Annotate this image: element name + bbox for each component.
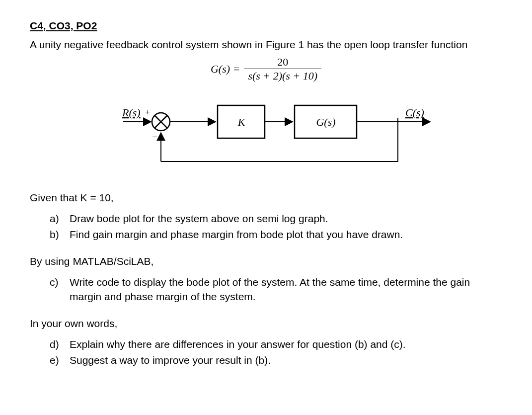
given-text: Given that K = 10, xyxy=(30,192,502,204)
diagram-plus: + xyxy=(145,107,150,117)
equation-lhs: G(s) = xyxy=(211,63,240,76)
diagram-input-label: R(s) xyxy=(122,106,141,119)
text-e: Suggest a way to improve your result in … xyxy=(70,353,502,367)
marker-d: d) xyxy=(50,337,62,351)
text-d: Explain why there are differences in you… xyxy=(70,337,502,351)
marker-b: b) xyxy=(50,228,62,242)
text-c: Write code to display the bode plot of t… xyxy=(70,275,502,304)
document-header: C4, CO3, PO2 xyxy=(30,20,502,32)
equation-numerator: 20 xyxy=(273,56,292,69)
text-a: Draw bode plot for the system above on s… xyxy=(70,212,502,226)
marker-a: a) xyxy=(50,212,62,226)
block-diagram: R(s) + − K G(s) C(s) xyxy=(30,94,502,174)
transfer-function-equation: G(s) = 20 s(s + 2)(s + 10) xyxy=(30,56,502,83)
question-d: d) Explain why there are differences in … xyxy=(50,337,502,351)
diagram-gs-block: G(s) xyxy=(316,116,335,128)
question-list-3: d) Explain why there are differences in … xyxy=(30,337,502,368)
text-b: Find gain margin and phase margin from b… xyxy=(70,228,502,242)
diagram-minus: − xyxy=(152,131,157,142)
marker-e: e) xyxy=(50,353,62,367)
section-matlab-header: By using MATLAB/SciLAB, xyxy=(30,255,502,267)
diagram-k-block: K xyxy=(237,116,245,128)
equation-denominator: s(s + 2)(s + 10) xyxy=(244,69,321,82)
section-own-words-header: In your own words, xyxy=(30,318,502,330)
question-e: e) Suggest a way to improve your result … xyxy=(50,353,502,367)
question-list-2: c) Write code to display the bode plot o… xyxy=(30,275,502,304)
question-c: c) Write code to display the bode plot o… xyxy=(50,275,502,304)
question-a: a) Draw bode plot for the system above o… xyxy=(50,212,502,226)
intro-text: A unity negative feedback control system… xyxy=(30,39,502,51)
question-b: b) Find gain margin and phase margin fro… xyxy=(50,228,502,242)
diagram-output-label: C(s) xyxy=(405,106,424,119)
question-list-1: a) Draw bode plot for the system above o… xyxy=(30,212,502,242)
marker-c: c) xyxy=(50,275,62,304)
